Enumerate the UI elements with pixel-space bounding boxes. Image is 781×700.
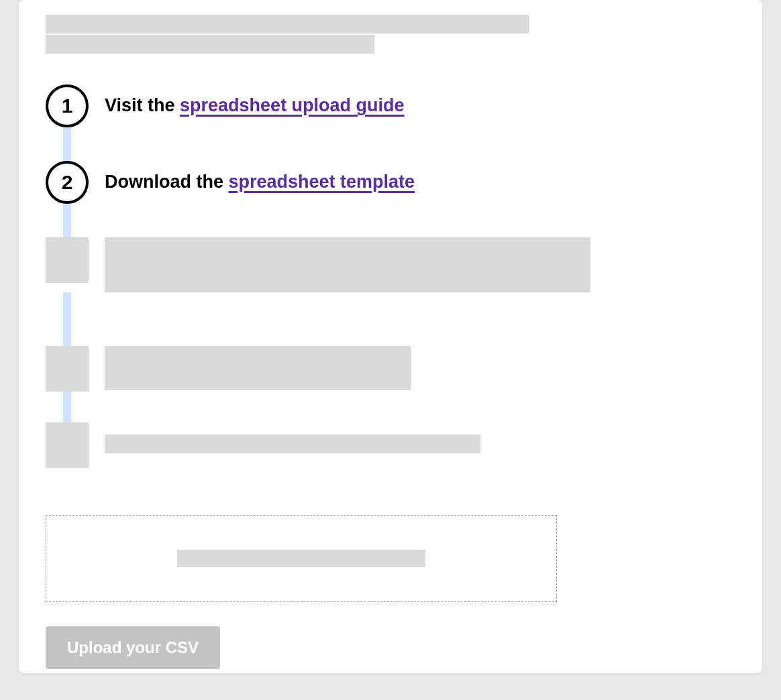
skeleton-square — [46, 237, 89, 283]
skeleton-line — [46, 35, 374, 54]
upload-csv-button[interactable]: Upload your CSV — [46, 626, 220, 669]
step-3-content-skeleton — [105, 237, 590, 292]
steps-list: 1 Visit the spreadsheet upload guide 2 D… — [46, 84, 735, 468]
step-marker — [46, 422, 89, 468]
connector-line — [63, 292, 71, 346]
step-1-content: Visit the spreadsheet upload guide — [105, 84, 405, 117]
upload-card: 1 Visit the spreadsheet upload guide 2 D… — [19, 0, 762, 673]
step-4-skeleton — [46, 346, 735, 392]
step-connector — [46, 292, 89, 346]
step-4-content-skeleton — [105, 346, 411, 390]
step-marker: 2 — [46, 161, 89, 204]
skeleton-block — [105, 434, 480, 453]
connector-line — [63, 204, 71, 237]
spreadsheet-upload-guide-link[interactable]: spreadsheet upload guide — [180, 95, 405, 115]
step-number-circle: 1 — [46, 84, 89, 127]
step-5-skeleton — [46, 422, 735, 468]
skeleton-intro — [46, 0, 735, 54]
step-1-prefix: Visit the — [105, 95, 180, 115]
step-marker: 1 — [46, 84, 89, 127]
skeleton-block — [105, 346, 411, 390]
step-number-circle: 2 — [46, 161, 89, 204]
step-3-skeleton — [46, 237, 735, 292]
spreadsheet-template-link[interactable]: spreadsheet template — [229, 172, 415, 192]
step-connector — [46, 392, 89, 422]
skeleton-square — [46, 346, 89, 392]
connector-line — [63, 392, 71, 422]
step-marker — [46, 346, 89, 392]
step-connector — [46, 127, 89, 161]
step-2-content: Download the spreadsheet template — [105, 161, 415, 194]
step-2-prefix: Download the — [105, 172, 229, 192]
step-2: 2 Download the spreadsheet template — [46, 161, 735, 204]
step-1: 1 Visit the spreadsheet upload guide — [46, 84, 735, 127]
skeleton-block — [105, 237, 590, 292]
step-5-content-skeleton — [105, 422, 480, 453]
dropzone-placeholder — [177, 550, 425, 567]
skeleton-line — [46, 15, 529, 34]
skeleton-square — [46, 422, 89, 468]
file-dropzone[interactable] — [46, 515, 557, 602]
connector-line — [63, 127, 71, 161]
step-marker — [46, 237, 89, 283]
step-connector — [46, 204, 89, 237]
